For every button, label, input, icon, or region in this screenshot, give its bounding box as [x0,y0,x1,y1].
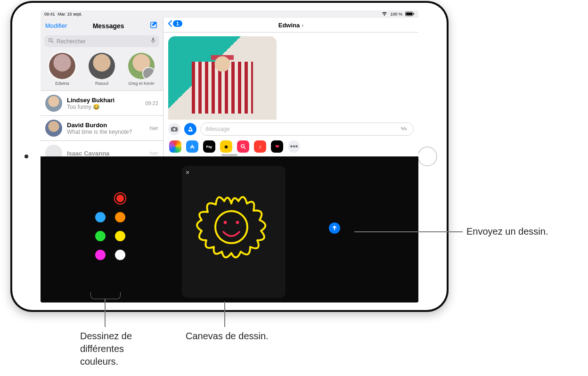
color-swatch-yellow[interactable] [115,231,125,241]
pinned-contact[interactable]: Greg et Kevin [123,53,159,86]
search-placeholder: Rechercher [57,38,86,45]
camera-button[interactable] [168,123,180,135]
pinned-contact[interactable]: Rasoul [84,53,120,86]
svg-point-12 [215,211,247,243]
images-app-icon[interactable] [237,140,249,153]
screen: 09:41 Mar. 15 sept. 100 % [41,10,418,302]
ipad-bezel: 09:41 Mar. 15 sept. 100 % [12,3,447,310]
avatar [45,120,62,137]
leader-line [354,231,463,232]
conversation-header: 1 Edwina › [163,18,418,33]
leader-line [105,299,106,327]
compose-row: iMessage [163,120,418,139]
svg-point-13 [224,221,226,223]
color-swatch-blue[interactable] [95,212,106,222]
svg-rect-9 [173,127,175,128]
digitaltouch-app-icon[interactable]: ❤ [271,140,283,153]
edit-button[interactable]: Modifier [45,22,67,29]
pin-label: Rasoul [95,81,108,86]
svg-line-11 [244,147,245,149]
avatar [142,67,155,79]
voice-record-icon[interactable] [400,124,408,134]
color-swatch-orange[interactable] [115,212,125,222]
more-apps-button[interactable]: ••• [288,140,300,153]
wifi-icon [382,12,387,17]
send-drawing-button[interactable] [329,222,340,234]
timestamp: hier [150,150,158,156]
sidebar-title: Messages [93,22,124,30]
leader-line [224,302,225,327]
music-app-icon[interactable]: ♪ [254,140,266,153]
appstore-app-icon[interactable] [186,140,198,153]
compose-button[interactable] [150,21,158,31]
timestamp: 09:22 [145,100,158,106]
panel-grabber[interactable] [221,154,237,156]
chip-label: Pay [206,145,212,148]
svg-line-5 [52,41,53,43]
color-swatch-red[interactable] [115,193,125,204]
unread-badge: 1 [173,20,182,27]
avatar [45,95,62,112]
app-drawer: Pay ☻ ♪ ❤ ••• [163,139,418,156]
pinned-contact[interactable]: Edwina [44,53,80,86]
message-placeholder: iMessage [205,126,229,132]
color-swatch-green[interactable] [95,231,106,241]
svg-point-4 [49,39,52,42]
pin-label: Edwina [55,81,69,86]
memoji-app-icon[interactable]: ☻ [220,140,232,153]
callout-canvas: Canevas de dessin. [186,330,269,343]
avatar [45,145,62,156]
svg-point-8 [173,128,176,131]
svg-rect-1 [406,13,412,15]
color-swatches [95,193,128,265]
conversation-row[interactable]: David Burdon What time is the keynote? h… [41,116,163,141]
callout-colors: Dessinez de différentes couleurs. [80,330,155,368]
received-photo-message[interactable] [168,36,277,120]
front-camera [24,155,28,158]
status-date: Mar. 15 sept. [58,12,82,16]
search-icon [48,38,54,45]
battery-icon [405,12,415,17]
avatar [49,53,75,79]
contact-name: Lindsey Bukhari [67,97,140,104]
photos-app-icon[interactable] [169,140,181,153]
message-input[interactable]: iMessage [200,123,414,136]
close-icon[interactable]: × [186,169,189,176]
callout-send: Envoyez un dessin. [466,225,548,238]
svg-point-14 [237,221,238,223]
conversation-row[interactable]: Isaac Cavanna hier [41,141,163,156]
apps-button[interactable] [184,123,196,135]
contact-name: Isaac Cavanna [67,150,145,157]
status-bar: 09:41 Mar. 15 sept. 100 % [41,10,418,18]
back-button[interactable]: 1 [167,20,182,27]
leader-brace [90,292,121,299]
contact-name: David Burdon [67,122,145,129]
battery-label: 100 % [390,12,402,16]
applepay-app-icon[interactable]: Pay [203,140,215,153]
conversation-row[interactable]: Lindsey Bukhari Too funny 😂 09:22 [41,91,163,116]
message-preview: What time is the keynote? [67,129,145,135]
status-time: 09:41 [44,12,55,16]
svg-rect-2 [414,13,415,15]
home-button[interactable] [417,147,437,166]
timestamp: hier [150,125,158,131]
avatar [89,53,115,79]
search-field[interactable]: Rechercher [44,35,159,47]
messages-scroll[interactable] [163,33,418,120]
pin-label: Greg et Kevin [128,81,154,86]
message-preview: Too funny 😂 [67,104,140,110]
svg-rect-6 [152,38,154,41]
dictate-icon[interactable] [151,37,155,45]
conversation-pane: 1 Edwina › [163,18,418,156]
conversation-list: Lindsey Bukhari Too funny 😂 09:22 David … [41,90,163,156]
sun-drawing [191,185,271,265]
more-label: ••• [290,142,298,151]
messages-sidebar: Modifier Messages Rechercher [41,18,163,156]
color-swatch-white[interactable] [115,250,125,260]
avatar [128,53,155,79]
conversation-title[interactable]: Edwina › [278,22,303,29]
svg-point-10 [241,145,244,147]
drawing-canvas[interactable]: × [182,166,286,298]
digital-touch-panel: × [41,156,418,302]
color-swatch-magenta[interactable] [95,250,106,260]
